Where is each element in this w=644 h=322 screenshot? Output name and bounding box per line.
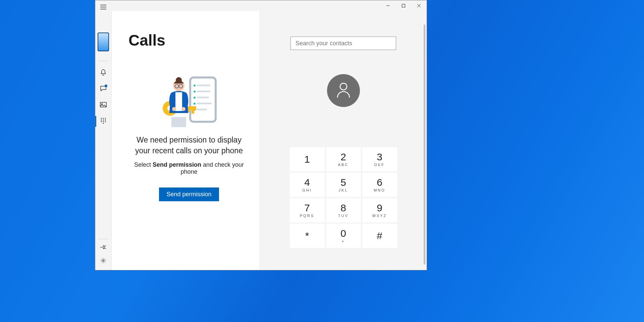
dialpad-letters: + — [342, 239, 345, 243]
bell-icon — [100, 69, 106, 77]
dialpad-digit: 6 — [377, 177, 382, 187]
svg-rect-28 — [197, 103, 212, 104]
svg-point-21 — [194, 85, 196, 87]
svg-rect-20 — [190, 77, 216, 122]
dialer-panel: 12ABC3DEF4GHI5JKL6MNO7PQRS8TUV9WXYZ*0+# — [260, 11, 427, 270]
svg-point-19 — [103, 260, 104, 262]
dialpad-letters: ABC — [338, 163, 349, 167]
dialpad-key-1[interactable]: 1 — [290, 147, 325, 171]
send-permission-button[interactable]: Send permission — [159, 187, 219, 201]
svg-point-9 — [101, 118, 102, 119]
svg-rect-41 — [175, 92, 182, 111]
dialpad-key-6[interactable]: 6MNO — [362, 173, 397, 197]
dialpad-digit: 5 — [340, 177, 346, 187]
dialpad-digit: # — [377, 231, 382, 241]
svg-rect-22 — [197, 85, 210, 86]
gear-icon — [100, 258, 106, 265]
dialpad-digit: 7 — [304, 203, 310, 213]
dialpad-key-9[interactable]: 9WXYZ — [362, 198, 397, 222]
pin-button[interactable] — [95, 241, 111, 255]
svg-point-43 — [172, 107, 176, 111]
nav-rail — [95, 11, 112, 270]
svg-rect-26 — [197, 97, 209, 98]
close-button[interactable] — [411, 0, 427, 11]
svg-point-11 — [105, 118, 106, 119]
dialpad-digit: 4 — [304, 177, 310, 187]
pin-icon — [100, 245, 106, 251]
permission-heading: We need permission to display your recen… — [132, 135, 246, 156]
dialpad-key-8[interactable]: 8TUV — [326, 198, 361, 222]
dialpad: 12ABC3DEF4GHI5JKL6MNO7PQRS8TUV9WXYZ*0+# — [290, 147, 397, 248]
svg-point-16 — [103, 121, 104, 122]
dialpad-digit: 2 — [340, 152, 346, 162]
dialpad-digit: 3 — [377, 152, 382, 162]
svg-rect-24 — [197, 91, 210, 92]
svg-point-14 — [105, 120, 106, 121]
dialpad-letters: PQRS — [300, 214, 314, 218]
main-panel: Calls — [112, 11, 260, 270]
svg-rect-42 — [171, 117, 186, 127]
rail-divider-bottom — [98, 239, 108, 239]
svg-point-27 — [194, 103, 196, 105]
permission-subtext: Select Send permission and check your ph… — [128, 161, 250, 175]
dialpad-letters: TUV — [338, 214, 348, 218]
svg-point-18 — [103, 123, 104, 124]
nav-photos[interactable] — [95, 97, 111, 113]
dialpad-key-4[interactable]: 4GHI — [290, 173, 325, 197]
permission-illustration — [161, 76, 218, 130]
dialpad-digit: 9 — [377, 203, 382, 213]
svg-rect-34 — [192, 106, 194, 114]
dialpad-key-star[interactable]: * — [290, 224, 325, 248]
dialpad-letters: WXYZ — [372, 214, 387, 218]
dialpad-letters: MNO — [374, 188, 385, 192]
permission-sub-bold: Send permission — [153, 161, 201, 168]
nav-messages[interactable] — [95, 81, 111, 97]
minimize-button[interactable] — [380, 0, 396, 11]
photo-icon — [100, 102, 107, 109]
phone-device-thumb[interactable] — [98, 33, 109, 51]
dialpad-digit: 8 — [340, 203, 346, 213]
app-window: Calls — [95, 0, 427, 270]
svg-point-25 — [194, 97, 196, 99]
dialpad-digit: * — [305, 231, 309, 241]
svg-point-13 — [103, 120, 104, 121]
svg-rect-30 — [197, 109, 207, 110]
svg-point-10 — [103, 118, 104, 119]
svg-point-15 — [101, 121, 102, 122]
hamburger-button[interactable] — [95, 0, 111, 14]
titlebar — [95, 0, 427, 11]
dialpad-letters: DEF — [374, 163, 385, 167]
unread-dot-icon — [105, 85, 107, 87]
dialpad-key-2[interactable]: 2ABC — [326, 147, 361, 171]
dialpad-letters: JKL — [339, 188, 348, 192]
dialpad-key-7[interactable]: 7PQRS — [290, 198, 325, 222]
svg-point-44 — [181, 107, 185, 111]
svg-point-17 — [105, 121, 106, 122]
person-icon — [336, 82, 351, 100]
dialpad-icon — [101, 118, 106, 125]
dialpad-key-hash[interactable]: # — [362, 224, 397, 248]
permission-sub-pre: Select — [134, 161, 153, 168]
nav-notifications[interactable] — [95, 65, 111, 81]
dialpad-key-5[interactable]: 5JKL — [326, 173, 361, 197]
dialpad-digit: 1 — [304, 154, 310, 164]
dialpad-key-3[interactable]: 3DEF — [362, 147, 397, 171]
search-contacts-input[interactable] — [290, 37, 396, 50]
dialpad-key-0[interactable]: 0+ — [326, 224, 361, 248]
settings-button[interactable] — [95, 255, 111, 268]
svg-point-45 — [340, 83, 347, 90]
page-title: Calls — [128, 31, 250, 49]
dialpad-digit: 0 — [340, 228, 346, 238]
scrollbar[interactable] — [424, 24, 425, 265]
svg-rect-1 — [402, 4, 405, 7]
rail-divider — [98, 61, 108, 61]
svg-point-23 — [194, 91, 196, 93]
contact-avatar-placeholder — [327, 74, 360, 107]
nav-calls[interactable] — [95, 113, 111, 129]
svg-point-12 — [101, 120, 102, 121]
dialpad-letters: GHI — [302, 188, 312, 192]
maximize-button[interactable] — [396, 0, 411, 11]
